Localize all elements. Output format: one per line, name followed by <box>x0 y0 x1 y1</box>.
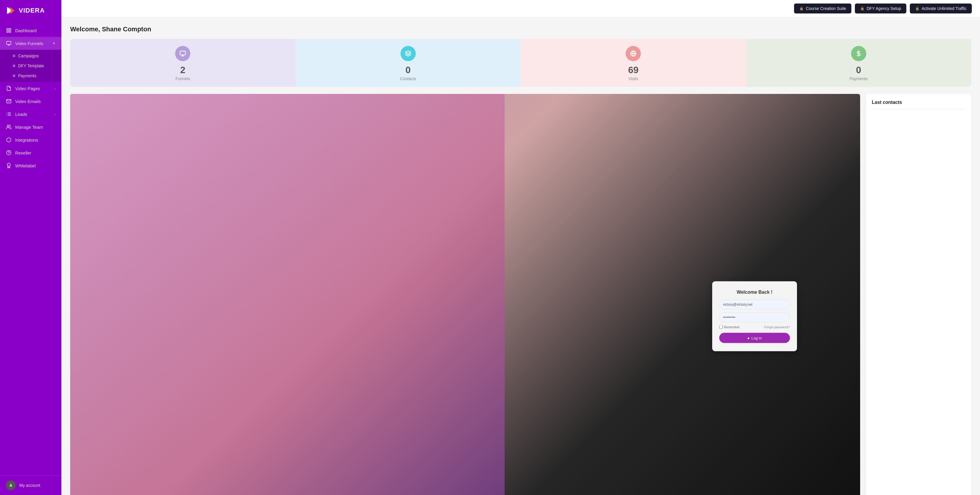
chevron-down-icon: ▼ <box>52 42 56 45</box>
forgot-password-link[interactable]: Forgot password? <box>764 325 790 329</box>
my-account-button[interactable]: A My account <box>0 476 61 495</box>
video-funnels-icon <box>6 40 12 46</box>
svg-point-16 <box>7 125 9 127</box>
sidebar-item-label: Video Emails <box>15 99 41 104</box>
sidebar-item-dfy-template[interactable]: DFY Template <box>0 61 61 71</box>
visits-icon <box>626 46 641 61</box>
funnels-label: Funnels <box>175 77 190 81</box>
unlimited-traffic-label: Activate Unlimited Traffic <box>921 6 967 11</box>
sidebar-item-label: Manage Team <box>15 125 43 129</box>
sidebar-item-campaigns[interactable]: Campaigns <box>0 51 61 61</box>
funnels-icon <box>175 46 190 61</box>
last-contacts-panel: Last contacts <box>866 94 971 495</box>
visits-number: 69 <box>628 65 638 75</box>
integrations-icon <box>6 137 12 143</box>
login-dot-icon: ● <box>747 335 749 340</box>
videra-logo-icon <box>6 5 16 16</box>
video-pages-icon <box>6 85 12 91</box>
page-content: Welcome, Shane Compton 2 Funnels 0 Conta… <box>61 17 980 495</box>
submenu-label: DFY Template <box>18 64 44 68</box>
remember-text: Remember <box>724 325 740 329</box>
login-options-row: Remember Forgot password? <box>719 325 790 329</box>
avatar: A <box>6 481 16 490</box>
video-login-overlay: Welcome Back ! Remember Forgot password?… <box>712 281 797 351</box>
whitelabel-icon <box>6 163 12 169</box>
submenu-dot <box>13 75 15 77</box>
sidebar-item-whitelabel[interactable]: Whitelabel <box>0 159 61 172</box>
funnels-number: 2 <box>180 65 185 75</box>
svg-rect-20 <box>180 51 185 55</box>
unlimited-traffic-button[interactable]: 🔒 Activate Unlimited Traffic <box>910 3 972 13</box>
sidebar-item-video-emails[interactable]: Video Emails <box>0 95 61 108</box>
sidebar-item-label: Video Pages <box>15 86 40 91</box>
visits-label: Visits <box>628 77 638 81</box>
svg-rect-5 <box>7 31 8 32</box>
sidebar-item-dashboard[interactable]: Dashboard <box>0 24 61 37</box>
my-account-label: My account <box>19 483 40 488</box>
payments-number: 0 <box>856 65 861 75</box>
topbar: 🔒 Course Creation Suite 🔒 DFY Agency Set… <box>61 0 980 17</box>
welcome-heading: Welcome, Shane Compton <box>70 26 971 33</box>
sidebar-item-video-pages[interactable]: Video Pages › <box>0 82 61 95</box>
sidebar-item-label: Leads <box>15 112 27 117</box>
svg-rect-4 <box>10 29 11 30</box>
sidebar-item-label: Integrations <box>15 137 38 142</box>
sidebar-item-leads[interactable]: Leads › <box>0 108 61 121</box>
video-emails-icon <box>6 98 12 104</box>
dashboard-icon <box>6 27 12 34</box>
stat-card-visits: 69 Visits <box>521 39 746 87</box>
contacts-number: 0 <box>406 65 411 75</box>
submenu-dot <box>13 55 15 57</box>
login-email-input[interactable] <box>719 299 790 309</box>
login-title: Welcome Back ! <box>719 289 790 295</box>
stat-card-payments: 0 Payments <box>746 39 972 87</box>
last-contacts-title: Last contacts <box>872 100 966 109</box>
dfy-agency-label: DFY Agency Setup <box>867 6 901 11</box>
sidebar-item-manage-team[interactable]: Manage Team <box>0 121 61 133</box>
sidebar-navigation: Dashboard Video Funnels ▼ Campaigns DFY … <box>0 21 61 476</box>
lock-icon: 🔒 <box>799 6 804 11</box>
login-password-input[interactable] <box>719 312 790 322</box>
sidebar-logo[interactable]: VIDERA <box>0 0 61 21</box>
lower-content-row: Welcome Back ! Remember Forgot password?… <box>70 94 971 495</box>
sidebar-item-payments[interactable]: Payments <box>0 71 61 81</box>
sidebar-item-label: Reseller <box>15 150 31 155</box>
video-player[interactable]: Welcome Back ! Remember Forgot password?… <box>70 94 860 495</box>
remember-checkbox[interactable] <box>719 325 723 329</box>
video-thumbnail-person <box>70 94 504 495</box>
svg-point-19 <box>7 163 11 166</box>
lock-icon: 🔒 <box>915 6 920 11</box>
sidebar-item-integrations[interactable]: Integrations <box>0 133 61 146</box>
sidebar-item-reseller[interactable]: Reseller <box>0 146 61 159</box>
svg-rect-7 <box>7 41 11 45</box>
submenu-label: Campaigns <box>18 54 39 58</box>
leads-icon <box>6 111 12 117</box>
sidebar-item-video-funnels[interactable]: Video Funnels ▼ <box>0 37 61 50</box>
avatar-letter: A <box>10 483 12 488</box>
manage-team-icon <box>6 124 12 130</box>
dfy-agency-button[interactable]: 🔒 DFY Agency Setup <box>855 3 906 13</box>
stat-card-contacts: 0 Contacts <box>296 39 521 87</box>
course-creation-label: Course Creation Suite <box>806 6 846 11</box>
stats-row: 2 Funnels 0 Contacts 69 Visits <box>70 39 971 87</box>
submenu-label: Payments <box>18 73 36 78</box>
sidebar: VIDERA Dashboard Video Funnels ▼ Campaig… <box>0 0 61 495</box>
remember-label[interactable]: Remember <box>719 325 740 329</box>
login-button-label: Log in <box>751 335 762 340</box>
main-content: 🔒 Course Creation Suite 🔒 DFY Agency Set… <box>61 0 980 495</box>
stat-card-funnels: 2 Funnels <box>70 39 296 87</box>
login-button[interactable]: ● Log in <box>719 333 790 343</box>
svg-rect-3 <box>7 29 8 30</box>
sidebar-item-label: Dashboard <box>15 28 37 33</box>
sidebar-item-label: Video Funnels <box>15 41 43 46</box>
svg-marker-2 <box>11 7 14 14</box>
brand-name: VIDERA <box>19 7 45 14</box>
chevron-right-icon: › <box>54 112 56 116</box>
course-creation-button[interactable]: 🔒 Course Creation Suite <box>794 3 851 13</box>
video-funnels-submenu: Campaigns DFY Template Payments <box>0 50 61 82</box>
payments-label: Payments <box>850 77 868 81</box>
contacts-icon <box>401 46 416 61</box>
submenu-dot <box>13 65 15 67</box>
lock-icon: 🔒 <box>860 6 864 11</box>
contacts-label: Contacts <box>400 77 416 81</box>
